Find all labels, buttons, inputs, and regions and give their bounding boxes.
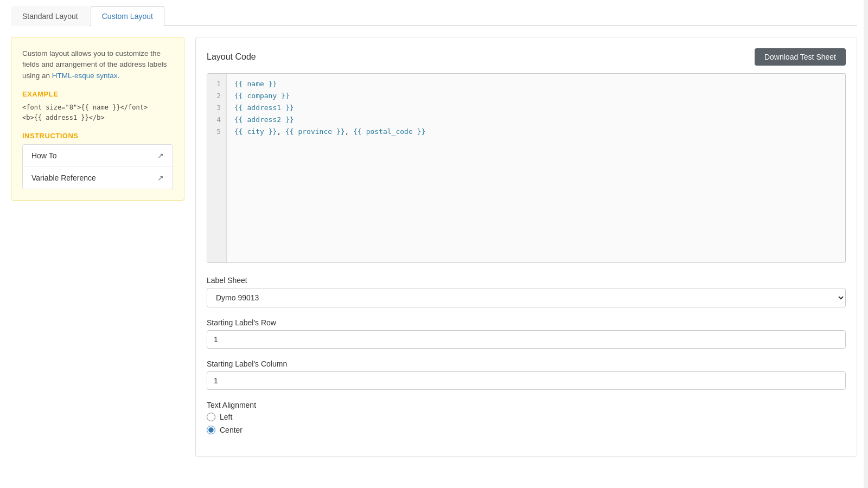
- starting-col-label: Starting Label's Column: [207, 359, 846, 368]
- editor-panel: Layout Code Download Test Sheet 1 2 3 4 …: [195, 37, 857, 457]
- editor-header: Layout Code Download Test Sheet: [207, 48, 846, 66]
- alignment-center-item[interactable]: Center: [207, 426, 846, 434]
- html-syntax-link[interactable]: HTML-esque syntax.: [52, 72, 120, 80]
- how-to-label: How To: [31, 151, 56, 160]
- text-alignment-label: Text Alignment: [207, 401, 846, 409]
- line-num-5: 5: [213, 126, 221, 138]
- content-area: Custom layout allows you to customize th…: [11, 37, 857, 457]
- text-alignment-group: Text Alignment Left Center: [207, 401, 846, 434]
- line-num-2: 2: [213, 90, 221, 102]
- alignment-radio-group: Left Center: [207, 413, 846, 434]
- alignment-left-item[interactable]: Left: [207, 413, 846, 421]
- code-line-1: {{ name }}: [234, 78, 838, 90]
- example-line-1: <font size="8">{{ name }}</font>: [22, 102, 173, 113]
- example-title: EXAMPLE: [22, 90, 173, 98]
- scrollbar[interactable]: [864, 0, 868, 462]
- line-num-1: 1: [213, 78, 221, 90]
- starting-row-group: Starting Label's Row: [207, 318, 846, 349]
- alignment-left-radio[interactable]: [207, 413, 215, 421]
- instructions-links: How To ↗ Variable Reference ↗: [22, 144, 173, 189]
- label-sheet-group: Label Sheet Dymo 99013 Avery 5160 Avery …: [207, 276, 846, 307]
- download-test-sheet-button[interactable]: Download Test Sheet: [755, 48, 846, 66]
- tab-custom-layout[interactable]: Custom Layout: [91, 6, 164, 26]
- code-editor[interactable]: 1 2 3 4 5 {{ name }} {{ company }} {{ ad…: [207, 73, 846, 263]
- code-line-4: {{ address2 }}: [234, 114, 838, 126]
- code-content[interactable]: {{ name }} {{ company }} {{ address1 }} …: [227, 74, 845, 262]
- info-panel: Custom layout allows you to customize th…: [11, 37, 184, 201]
- how-to-external-link-icon: ↗: [157, 151, 164, 160]
- layout-code-title: Layout Code: [207, 52, 256, 62]
- variable-reference-link[interactable]: Variable Reference ↗: [23, 167, 173, 189]
- info-description: Custom layout allows you to customize th…: [22, 48, 173, 81]
- tab-bar: Standard Layout Custom Layout: [11, 5, 857, 26]
- starting-col-group: Starting Label's Column: [207, 359, 846, 390]
- label-sheet-select[interactable]: Dymo 99013 Avery 5160 Avery 5163 Custom: [207, 288, 846, 307]
- starting-col-input[interactable]: [207, 371, 846, 390]
- code-line-2: {{ company }}: [234, 90, 838, 102]
- alignment-left-label: Left: [220, 413, 232, 421]
- variable-reference-external-link-icon: ↗: [157, 174, 164, 182]
- line-numbers: 1 2 3 4 5: [207, 74, 227, 262]
- line-num-3: 3: [213, 102, 221, 114]
- line-num-4: 4: [213, 114, 221, 126]
- example-line-2: <b>{{ address1 }}</b>: [22, 113, 173, 123]
- instructions-title: INSTRUCTIONS: [22, 132, 173, 140]
- label-sheet-label: Label Sheet: [207, 276, 846, 285]
- alignment-center-radio[interactable]: [207, 426, 215, 434]
- how-to-link[interactable]: How To ↗: [23, 145, 173, 167]
- code-line-5: {{ city }}, {{ province }}, {{ postal_co…: [234, 126, 838, 138]
- tab-standard-layout[interactable]: Standard Layout: [11, 6, 90, 26]
- starting-row-input[interactable]: [207, 330, 846, 349]
- alignment-center-label: Center: [220, 426, 242, 434]
- starting-row-label: Starting Label's Row: [207, 318, 846, 327]
- code-line-3: {{ address1 }}: [234, 102, 838, 114]
- variable-reference-label: Variable Reference: [31, 174, 96, 182]
- example-code: <font size="8">{{ name }}</font> <b>{{ a…: [22, 102, 173, 123]
